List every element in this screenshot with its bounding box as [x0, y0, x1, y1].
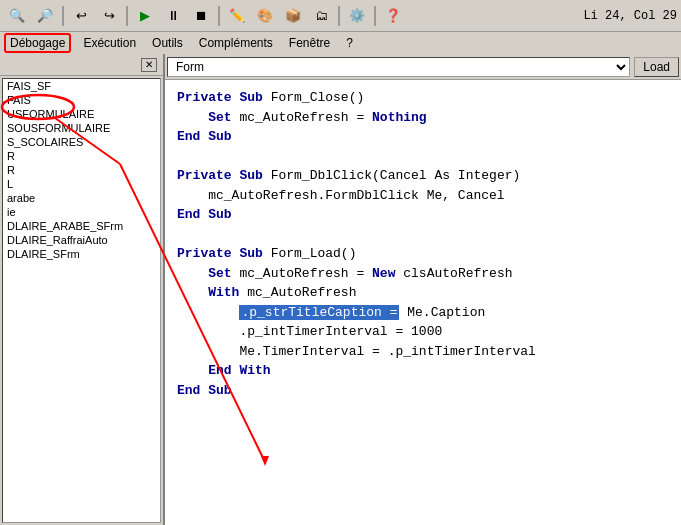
module-toolbar-icon[interactable]: 📦 [280, 3, 306, 29]
code-line-load-1: Private Sub Form_Load() [177, 244, 669, 264]
toolbar-separator-4 [338, 6, 340, 26]
code-line-load-3: With mc_AutoRefresh [177, 283, 669, 303]
menu-debogage[interactable]: Débogage [4, 33, 71, 53]
run-toolbar-icon[interactable]: ▶ [132, 3, 158, 29]
menu-outils[interactable]: Outils [148, 35, 187, 51]
code-line-dblclick-3: End Sub [177, 205, 669, 225]
code-line-dblclick-2: mc_AutoRefresh.FormDblClick Me, Cancel [177, 186, 669, 206]
menu-help[interactable]: ? [342, 35, 357, 51]
code-line-form-close-1: Private Sub Form_Close() [177, 88, 669, 108]
redo-toolbar-icon[interactable]: ↪ [96, 3, 122, 29]
stop-toolbar-icon[interactable]: ⏹ [188, 3, 214, 29]
search2-toolbar-icon[interactable]: 🔎 [32, 3, 58, 29]
list-item[interactable]: R [3, 149, 160, 163]
toolbar-separator-3 [218, 6, 220, 26]
code-line-load-5: .p_intTimerInterval = 1000 [177, 322, 669, 342]
menu-execution[interactable]: Exécution [79, 35, 140, 51]
toolbar-separator-5 [374, 6, 376, 26]
list-item[interactable]: DLAIRE_SFrm [3, 247, 160, 261]
code-line-dblclick-1: Private Sub Form_DblClick(Cancel As Inte… [177, 166, 669, 186]
list-item[interactable]: DLAIRE_ARABE_SFrm [3, 219, 160, 233]
list-item[interactable]: S_SCOLAIRES [3, 135, 160, 149]
highlighted-code: .p_strTitleCaption = [239, 305, 399, 320]
list-item[interactable]: DLAIRE_RaffraiAuto [3, 233, 160, 247]
palette-toolbar-icon[interactable]: 🎨 [252, 3, 278, 29]
code-line-load-2: Set mc_AutoRefresh = New clsAutoRefresh [177, 264, 669, 284]
module-list[interactable]: FAIS_SF FAIS USFORMULAIRE SOUSFORMULAIRE… [2, 78, 161, 523]
code-line-load-7: End With [177, 361, 669, 381]
close-panel-button[interactable]: ✕ [141, 58, 157, 72]
code-line-load-6: Me.TimerInterval = .p_intTimerInterval [177, 342, 669, 362]
main-layout: ✕ FAIS_SF FAIS USFORMULAIRE SOUSFORMULAI… [0, 54, 681, 525]
code-toolbar: Form Load [165, 54, 681, 80]
code-line-form-close-2: Set mc_AutoRefresh = Nothing [177, 108, 669, 128]
find-toolbar-icon[interactable]: 🔍 [4, 3, 30, 29]
form-selector[interactable]: Form [167, 57, 630, 77]
list-item[interactable]: FAIS_SF [3, 79, 160, 93]
code-line-blank-1 [177, 147, 669, 167]
left-panel: ✕ FAIS_SF FAIS USFORMULAIRE SOUSFORMULAI… [0, 54, 165, 525]
code-panel: Form Load Private Sub Form_Close() Set m… [165, 54, 681, 525]
help-toolbar-icon[interactable]: ❓ [380, 3, 406, 29]
menu-fenetre[interactable]: Fenêtre [285, 35, 334, 51]
menubar: Débogage Exécution Outils Compléments Fe… [0, 32, 681, 54]
code-line-form-close-3: End Sub [177, 127, 669, 147]
list-item[interactable]: arabe [3, 191, 160, 205]
settings-toolbar-icon[interactable]: ⚙️ [344, 3, 370, 29]
code-editor[interactable]: Private Sub Form_Close() Set mc_AutoRefr… [165, 80, 681, 525]
code-line-load-8: End Sub [177, 381, 669, 401]
list-item[interactable]: ie [3, 205, 160, 219]
class-toolbar-icon[interactable]: 🗂 [308, 3, 334, 29]
load-button[interactable]: Load [634, 57, 679, 77]
code-line-blank-2 [177, 225, 669, 245]
list-item[interactable]: R [3, 163, 160, 177]
pause-toolbar-icon[interactable]: ⏸ [160, 3, 186, 29]
edit-toolbar-icon[interactable]: ✏️ [224, 3, 250, 29]
code-line-load-4: .p_strTitleCaption = Me.Caption [177, 303, 669, 323]
toolbar-separator-2 [126, 6, 128, 26]
toolbar: 🔍 🔎 ↩ ↪ ▶ ⏸ ⏹ ✏️ 🎨 📦 🗂 ⚙️ ❓ Li 24, Col 2… [0, 0, 681, 32]
list-item[interactable]: L [3, 177, 160, 191]
undo-toolbar-icon[interactable]: ↩ [68, 3, 94, 29]
list-item[interactable]: FAIS [3, 93, 160, 107]
left-panel-toolbar: ✕ [0, 54, 163, 76]
cursor-position: Li 24, Col 29 [583, 9, 677, 23]
list-item[interactable]: USFORMULAIRE [3, 107, 160, 121]
list-item[interactable]: SOUSFORMULAIRE [3, 121, 160, 135]
toolbar-separator-1 [62, 6, 64, 26]
menu-complements[interactable]: Compléments [195, 35, 277, 51]
